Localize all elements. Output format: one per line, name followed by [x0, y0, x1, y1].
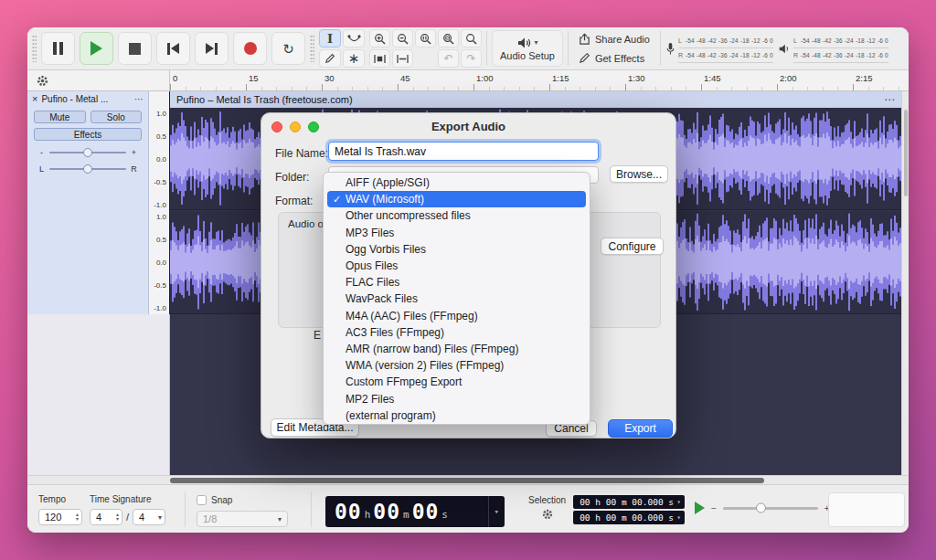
- selection-tool-button[interactable]: I: [319, 29, 341, 48]
- horizontal-scrollbar[interactable]: [27, 475, 909, 484]
- track-panel-name[interactable]: Pufino - Metal ...: [41, 94, 131, 104]
- multi-tool-button[interactable]: ∗: [343, 49, 365, 68]
- loop-button[interactable]: ↻: [271, 32, 305, 65]
- snap-interval-dropdown[interactable]: 1/8 ▾: [197, 511, 288, 527]
- audio-position-display[interactable]: 00h 00m 00s ▾: [325, 496, 505, 527]
- redo-button[interactable]: ↷: [461, 49, 482, 68]
- meter-scale: -54 -48 -42 -36 -24 -18 -12 -6 0: [686, 52, 773, 58]
- chevron-down-icon[interactable]: ▾: [488, 496, 499, 527]
- format-option[interactable]: Other uncompressed files: [324, 207, 590, 224]
- play-speed-slider[interactable]: [723, 507, 818, 510]
- selection-options-gear-icon[interactable]: [542, 509, 553, 520]
- browse-button[interactable]: Browse...: [610, 165, 668, 183]
- record-button[interactable]: [233, 32, 267, 65]
- recording-meter[interactable]: L-54 -48 -42 -36 -24 -18 -12 -6 0 R-54 -…: [665, 35, 773, 63]
- selection-start-field[interactable]: 00 h 00 m 00.000 s ▾: [573, 495, 685, 509]
- pan-slider-track[interactable]: [49, 168, 126, 170]
- get-effects-button[interactable]: Get Effects: [573, 49, 655, 67]
- format-option[interactable]: Custom FFmpeg Export: [324, 374, 590, 390]
- timeline-options-gear-icon[interactable]: [37, 75, 48, 87]
- time-signature-denominator[interactable]: 4 ▾: [133, 509, 165, 525]
- speed-minus-icon[interactable]: −: [711, 503, 717, 513]
- solo-button[interactable]: Solo: [90, 111, 143, 123]
- meter-left-label: L: [678, 37, 684, 44]
- timeline-tick: 1:30: [628, 73, 645, 83]
- file-name-input[interactable]: [328, 142, 599, 161]
- speaker-icon: [778, 43, 791, 55]
- skip-to-end-button[interactable]: [195, 32, 229, 65]
- zoom-out-button[interactable]: [392, 29, 413, 48]
- format-option[interactable]: (external program): [324, 407, 590, 424]
- snap-checkbox[interactable]: [197, 495, 207, 505]
- format-option[interactable]: Opus Files: [324, 258, 590, 274]
- trim-audio-button[interactable]: [369, 49, 390, 68]
- draw-tool-button[interactable]: [319, 49, 341, 68]
- skip-start-icon: [167, 43, 179, 55]
- format-option[interactable]: M4A (AAC) Files (FFmpeg): [324, 308, 590, 324]
- format-option[interactable]: MP2 Files: [324, 390, 590, 407]
- play-speed-slider-thumb[interactable]: [756, 503, 766, 513]
- audio-setup-button[interactable]: ▾ Audio Setup: [492, 30, 563, 67]
- stepper-icons[interactable]: ▴▾: [116, 512, 119, 522]
- zoom-selection-button[interactable]: [415, 29, 436, 48]
- track-close-icon[interactable]: ×: [32, 93, 37, 104]
- toolbar-grip[interactable]: [32, 35, 37, 62]
- minutes-unit: m: [403, 509, 410, 521]
- record-icon: [244, 42, 257, 55]
- toolbar-divider: [311, 491, 312, 527]
- time-signature-numerator[interactable]: 4 ▴▾: [90, 509, 122, 525]
- gain-slider-track[interactable]: [49, 152, 126, 153]
- effects-button[interactable]: Effects: [34, 128, 142, 141]
- stepper-icons[interactable]: ▴▾: [76, 512, 79, 522]
- zoom-in-button[interactable]: [369, 29, 390, 48]
- selection-end-field[interactable]: 00 h 00 m 00.000 s ▾: [573, 511, 685, 524]
- horizontal-scrollbar-thumb[interactable]: [170, 478, 764, 483]
- tempo-spinner[interactable]: 120 ▴▾: [38, 509, 82, 525]
- export-audio-dialog: Export Audio File Name: Folder: Browse..…: [261, 112, 676, 438]
- share-audio-button[interactable]: Share Audio: [573, 30, 655, 48]
- vertical-scale-ruler: 1.0 0.5 0.0 -0.5 -1.0 1.0 0.5 0.0 -0.5 -…: [149, 91, 170, 314]
- export-button[interactable]: Export: [608, 419, 673, 438]
- silence-audio-button[interactable]: [392, 49, 413, 68]
- play-button[interactable]: [80, 32, 113, 65]
- vertical-scrollbar[interactable]: [901, 91, 909, 475]
- format-option[interactable]: WavPack Files: [324, 291, 590, 307]
- undo-button[interactable]: ↶: [438, 49, 459, 68]
- track-title-bar[interactable]: Pufino – Metal Is Trash (freetouse.com) …: [170, 91, 901, 108]
- toolbar-grip[interactable]: [310, 35, 314, 62]
- format-option[interactable]: FLAC Files: [324, 274, 590, 291]
- tools-toolbar: I ∗: [319, 29, 365, 68]
- format-option[interactable]: WMA (version 2) Files (FFmpeg): [324, 357, 590, 374]
- browse-label: Browse...: [616, 168, 662, 181]
- format-option[interactable]: AMR (narrow band) Files (FFmpeg): [324, 341, 590, 357]
- playback-meter[interactable]: L-54 -48 -42 -36 -24 -18 -12 -6 0 R-54 -…: [778, 35, 888, 63]
- scale-label: 1.0: [156, 213, 166, 221]
- zoom-fit-project-button[interactable]: [438, 29, 459, 48]
- track-menu-icon[interactable]: ⋯: [134, 94, 144, 104]
- format-option[interactable]: AC3 Files (FFmpeg): [324, 324, 590, 341]
- format-option-selected[interactable]: ✓WAV (Microsoft): [327, 191, 586, 207]
- format-option[interactable]: Ogg Vorbis Files: [324, 241, 590, 258]
- pause-button[interactable]: [41, 32, 75, 65]
- stop-button[interactable]: [118, 32, 152, 65]
- pan-slider-thumb[interactable]: [83, 164, 92, 174]
- mute-button[interactable]: Mute: [34, 111, 86, 123]
- ts-denominator-value: 4: [139, 512, 144, 523]
- meter-right-label: R: [678, 52, 684, 58]
- pause-icon: [53, 42, 63, 55]
- track-overflow-menu-icon[interactable]: ⋯: [884, 93, 895, 106]
- timeline-ruler[interactable]: 0 15 30 45 1:00 1:15 1:30 1:45 2:00 2:15: [170, 70, 909, 90]
- configure-button[interactable]: Configure: [601, 238, 664, 255]
- envelope-tool-button[interactable]: [343, 29, 365, 48]
- zoom-toggle-button[interactable]: [461, 29, 482, 48]
- skip-to-start-button[interactable]: [156, 32, 190, 65]
- main-toolbar: ↻ I ∗ ↶ ↷ ▾: [27, 27, 909, 70]
- multitool-icon: ∗: [348, 50, 360, 67]
- format-option[interactable]: MP3 Files: [324, 225, 590, 241]
- gain-slider[interactable]: - +: [27, 148, 148, 157]
- format-option[interactable]: AIFF (Apple/SGI): [324, 174, 590, 191]
- vertical-scrollbar-thumb[interactable]: [904, 110, 908, 196]
- pan-slider[interactable]: L R: [27, 164, 148, 174]
- gain-slider-thumb[interactable]: [83, 148, 92, 157]
- play-at-speed-button[interactable]: [695, 502, 705, 514]
